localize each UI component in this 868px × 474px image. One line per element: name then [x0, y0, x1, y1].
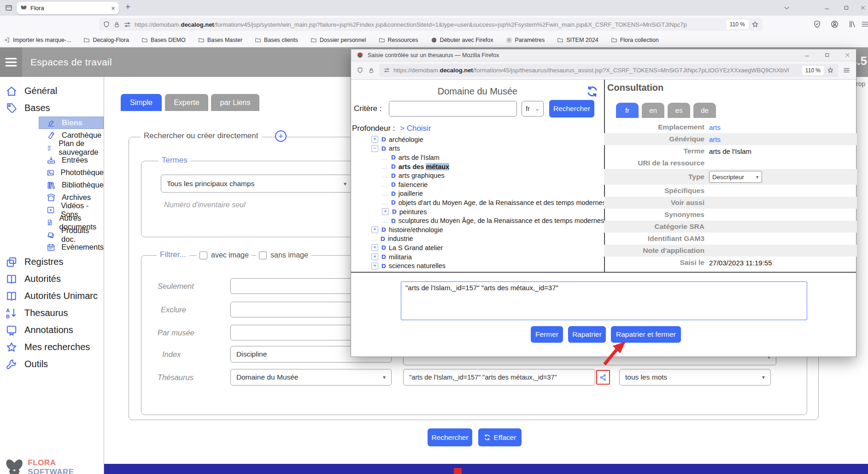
- tree-item[interactable]: +Dsciences naturelles: [351, 261, 604, 270]
- thesaurus-terms-input[interactable]: [403, 369, 595, 386]
- criteria-input[interactable]: [389, 101, 517, 117]
- lang-tab-es[interactable]: es: [668, 103, 690, 118]
- shield-icon[interactable]: [103, 21, 110, 28]
- without-image-checkbox[interactable]: sans image: [256, 251, 311, 259]
- expand-plus-icon[interactable]: +: [371, 226, 378, 233]
- lock-icon[interactable]: [368, 67, 375, 74]
- bookmark-item[interactable]: Débuter avec Firefox: [431, 37, 493, 43]
- create-plus-icon[interactable]: +: [275, 130, 287, 142]
- thesaurus-selection-box[interactable]: "arts de l'Islam,_id=157" "arts des méta…: [401, 281, 807, 320]
- menu-icon[interactable]: [843, 66, 850, 74]
- bookmark-item[interactable]: Flora collection: [611, 37, 659, 43]
- tree-item[interactable]: +Dpeintures: [351, 207, 604, 217]
- tree-item[interactable]: Dfaïencerie: [351, 180, 604, 189]
- popup-zoom-badge[interactable]: 110 %: [802, 66, 824, 75]
- window-maximize-icon[interactable]: [843, 5, 850, 11]
- expand-plus-icon[interactable]: +: [371, 244, 378, 251]
- sidebar-item-phototh-que[interactable]: Photothèque: [0, 166, 104, 179]
- sidebar-item-thesaurus[interactable]: ABThesaurus: [0, 304, 104, 322]
- refresh-icon[interactable]: [586, 85, 598, 98]
- tree-item[interactable]: Darts des métaux: [351, 162, 604, 171]
- sidebar-item-ev-nements[interactable]: Evènements: [0, 241, 104, 253]
- lang-tab-fr[interactable]: fr: [616, 103, 639, 118]
- pocket-shield-icon[interactable]: [813, 20, 821, 29]
- sidebar-item-biens[interactable]: Biens: [39, 117, 104, 129]
- consultation-value-link[interactable]: arts: [709, 123, 721, 131]
- bookmark-item[interactable]: Bases DEMO: [141, 37, 186, 43]
- zoom-level-badge[interactable]: 110 %: [727, 20, 748, 29]
- close-button[interactable]: Fermer: [531, 326, 563, 343]
- sidebar-item-plan-de-sauvegarde[interactable]: Plan de sauvegarde: [0, 141, 104, 154]
- bookmark-item[interactable]: Ressources: [379, 37, 418, 43]
- permissions-icon[interactable]: [123, 21, 131, 29]
- par-musee-input[interactable]: [230, 325, 352, 340]
- account-icon[interactable]: [830, 20, 839, 29]
- bookmark-item[interactable]: Bases Master: [198, 37, 242, 43]
- tree-item[interactable]: Dobjets d'art du Moyen Age, de la Renais…: [351, 198, 604, 207]
- popup-title-bar[interactable]: Saisie contrôlée sur un thesaurus — Mozi…: [351, 49, 856, 61]
- sidebar-item-registres[interactable]: Registres: [0, 253, 104, 270]
- url-text[interactable]: https://demobam.decalog.net/formationv45…: [135, 21, 723, 28]
- bookmark-item[interactable]: Decalog-Flora: [83, 37, 129, 43]
- match-mode-select[interactable]: tous les mots▾: [619, 369, 771, 386]
- sidebar-item-autorit-s[interactable]: Autorités: [0, 270, 104, 287]
- sidebar-item-produits-doc-[interactable]: Produits doc.: [0, 228, 104, 241]
- expand-plus-icon[interactable]: +: [371, 253, 378, 260]
- bookmark-item[interactable]: Dossier personnel: [311, 37, 366, 43]
- type-select[interactable]: Descripteur▾: [709, 171, 762, 183]
- bookmark-item[interactable]: SITEM 2024: [557, 37, 598, 43]
- sidebar-item-bases[interactable]: Bases: [0, 99, 104, 117]
- menu-icon[interactable]: [861, 20, 868, 29]
- popup-search-button[interactable]: Rechercher: [549, 100, 594, 117]
- thesaurus-assist-button[interactable]: [596, 370, 610, 385]
- library-icon[interactable]: [848, 20, 856, 29]
- thesaurus-select[interactable]: Domaine du Musée▾: [230, 369, 392, 386]
- tree-item[interactable]: +Dmilitaria: [351, 252, 604, 262]
- tree-item[interactable]: Djoaillerie: [351, 189, 604, 199]
- expand-plus-icon[interactable]: +: [382, 208, 389, 215]
- clear-button[interactable]: Effacer: [478, 428, 522, 446]
- expand-plus-icon[interactable]: +: [371, 263, 378, 269]
- sidebar-item-biblioth-que[interactable]: Bibliothèque: [0, 179, 104, 191]
- tree-item[interactable]: +DLa S Grand atelier: [351, 243, 604, 252]
- tree-item[interactable]: Darts graphiques: [351, 171, 604, 180]
- tab-experte[interactable]: Experte: [165, 94, 208, 111]
- sidebar-item-autorit-s-unimarc[interactable]: Autorités Unimarc: [0, 287, 104, 304]
- list-tabs-chevron-icon[interactable]: [783, 5, 790, 12]
- depth-choose-link[interactable]: > Choisir: [400, 124, 431, 133]
- tab-close-icon[interactable]: ×: [111, 5, 115, 12]
- sidebar-item-mes-recherches[interactable]: Mes recherches: [0, 339, 104, 356]
- exclure-input[interactable]: [230, 302, 352, 317]
- search-button[interactable]: Rechercher: [428, 428, 472, 446]
- language-select[interactable]: fr⌄: [522, 101, 544, 117]
- tree-item[interactable]: −Darts: [351, 144, 604, 153]
- collapse-minus-icon[interactable]: −: [371, 145, 378, 152]
- bookmark-star-icon[interactable]: [751, 21, 759, 28]
- tab-par-liens[interactable]: par Liens: [211, 94, 259, 111]
- popup-url-bar[interactable]: https://demobam.decalog.net/formationv45…: [379, 64, 838, 77]
- field-scope-select[interactable]: Tous les principaux champs▾: [161, 175, 352, 193]
- popup-minimize-icon[interactable]: [804, 52, 810, 58]
- bookmark-item[interactable]: Bases clients: [255, 37, 298, 43]
- lock-icon[interactable]: [113, 21, 120, 28]
- lang-tab-en[interactable]: en: [642, 103, 664, 118]
- tree-item[interactable]: Dsculptures du Moyen Âge, de la Renaissa…: [351, 216, 604, 225]
- bookmark-item[interactable]: Paramètres: [506, 37, 545, 43]
- window-close-icon[interactable]: [860, 5, 866, 11]
- with-image-checkbox[interactable]: avec image: [197, 251, 252, 259]
- tab-simple[interactable]: Simple: [121, 94, 162, 111]
- sidebar-item-annotations[interactable]: Annotations: [0, 322, 104, 339]
- tree-item[interactable]: Darts de l'Islam: [351, 153, 604, 162]
- tree-item[interactable]: +Darchéologie: [351, 135, 604, 144]
- bookmark-item[interactable]: Importer les marque-...: [4, 37, 71, 43]
- sidebar-item-g-n-ral[interactable]: Général: [0, 82, 104, 99]
- bookmark-star-icon[interactable]: [827, 67, 834, 74]
- tree-item[interactable]: +Dhistoire/ethnologie: [351, 225, 604, 234]
- consultation-value-link[interactable]: arts: [709, 135, 721, 143]
- window-minimize-icon[interactable]: [824, 5, 830, 11]
- tree-item[interactable]: Dindustrie: [351, 234, 604, 244]
- permissions-icon[interactable]: [383, 67, 390, 74]
- firefox-view-icon[interactable]: [5, 4, 13, 12]
- shield-icon[interactable]: [357, 67, 364, 74]
- popup-close-icon[interactable]: [845, 52, 850, 58]
